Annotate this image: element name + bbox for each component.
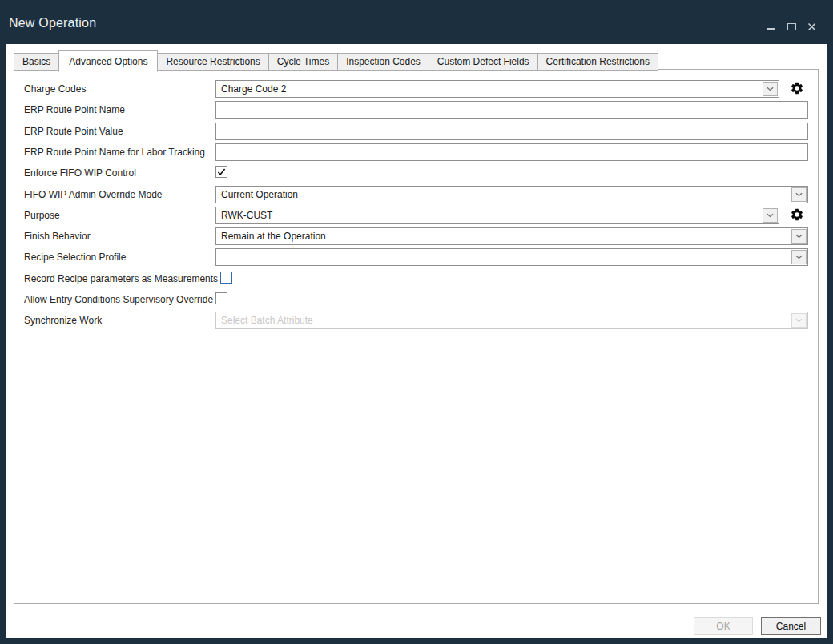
tab-advanced-options[interactable]: Advanced Options bbox=[58, 50, 158, 72]
combo-value: RWK-CUST bbox=[221, 210, 272, 221]
form-row-charge-codes: Charge CodesCharge Code 2 bbox=[24, 80, 808, 100]
window-title: New Operation bbox=[9, 16, 96, 30]
tab-basics[interactable]: Basics bbox=[14, 53, 59, 71]
window-controls bbox=[766, 21, 817, 32]
combo-synchronize-work[interactable]: Select Batch Attribute bbox=[215, 312, 808, 329]
chevron-down-icon[interactable] bbox=[763, 208, 778, 223]
combo-finish-behavior[interactable]: Remain at the Operation bbox=[215, 227, 808, 245]
gear-icon[interactable] bbox=[790, 81, 804, 95]
field-label: Charge Codes bbox=[24, 83, 86, 95]
gear-icon[interactable] bbox=[790, 207, 804, 222]
tab-cycle-times[interactable]: Cycle Times bbox=[268, 53, 338, 71]
combo-charge-codes[interactable]: Charge Code 2 bbox=[215, 80, 779, 98]
field-label: Purpose bbox=[24, 210, 60, 221]
form-row-recipe-selection-profile: Recipe Selection Profile bbox=[24, 248, 808, 268]
field-label: Record Recipe parameters as Measurements bbox=[24, 273, 218, 284]
close-icon bbox=[807, 22, 816, 31]
chevron-down-icon[interactable] bbox=[791, 250, 807, 264]
form-row-erp-route-point-value: ERP Route Point Value bbox=[24, 123, 808, 143]
tab-inspection-codes[interactable]: Inspection Codes bbox=[337, 53, 429, 71]
cancel-button[interactable]: Cancel bbox=[761, 617, 821, 635]
chevron-down-icon[interactable] bbox=[791, 187, 807, 202]
input-erp-route-point-name[interactable] bbox=[215, 101, 808, 119]
tab-custom-defect-fields[interactable]: Custom Defect Fields bbox=[429, 53, 538, 71]
checkbox-record-recipe-parameters-as-measurements[interactable] bbox=[220, 272, 232, 284]
maximize-button[interactable] bbox=[786, 21, 797, 32]
combo-purpose[interactable]: RWK-CUST bbox=[215, 207, 779, 224]
minimize-icon bbox=[767, 28, 775, 30]
field-label: Recipe Selection Profile bbox=[24, 252, 126, 263]
new-operation-dialog: New Operation BasicsAdvanced OptionsReso… bbox=[0, 0, 833, 644]
field-label: Finish Behavior bbox=[24, 231, 91, 242]
chevron-down-icon[interactable] bbox=[791, 313, 807, 328]
field-label: ERP Route Point Name for Labor Tracking bbox=[24, 147, 205, 158]
field-label: Enforce FIFO WIP Control bbox=[24, 167, 136, 179]
form-row-enforce-fifo-wip-control: Enforce FIFO WIP Control bbox=[24, 164, 808, 184]
close-button[interactable] bbox=[806, 21, 817, 32]
field-label: Synchronize Work bbox=[24, 315, 102, 326]
form-row-record-recipe-parameters-as-measurements: Record Recipe parameters as Measurements bbox=[24, 270, 808, 290]
field-label: FIFO WIP Admin Override Mode bbox=[24, 189, 163, 200]
field-label: Allow Entry Conditions Supervisory Overr… bbox=[24, 294, 213, 305]
checkbox-allow-entry-conditions-supervisory-override[interactable] bbox=[215, 292, 227, 304]
checkbox-enforce-fifo-wip-control[interactable] bbox=[215, 166, 227, 178]
combo-value: Current Operation bbox=[221, 189, 298, 200]
combo-value: Select Batch Attribute bbox=[221, 315, 313, 326]
combo-recipe-selection-profile[interactable] bbox=[215, 248, 808, 266]
form-row-allow-entry-conditions-supervisory-override: Allow Entry Conditions Supervisory Overr… bbox=[24, 291, 808, 311]
input-erp-route-point-name-for-labor-tracking[interactable] bbox=[215, 143, 808, 161]
form-row-finish-behavior: Finish BehaviorRemain at the Operation bbox=[24, 227, 808, 248]
tab-resource-restrictions[interactable]: Resource Restrictions bbox=[157, 53, 268, 71]
form-row-erp-route-point-name: ERP Route Point Name bbox=[24, 101, 808, 121]
field-label: ERP Route Point Name bbox=[24, 104, 125, 115]
form-row-purpose: PurposeRWK-CUST bbox=[24, 207, 808, 227]
chevron-down-icon[interactable] bbox=[763, 82, 778, 96]
input-erp-route-point-value[interactable] bbox=[215, 123, 808, 140]
form-row-synchronize-work: Synchronize WorkSelect Batch Attribute bbox=[24, 312, 808, 332]
minimize-button[interactable] bbox=[766, 21, 777, 32]
title-bar: New Operation bbox=[0, 0, 833, 44]
ok-button[interactable]: OK bbox=[694, 617, 753, 635]
form-row-erp-route-point-name-for-labor-tracking: ERP Route Point Name for Labor Tracking bbox=[24, 143, 808, 163]
form-row-fifo-wip-admin-override-mode: FIFO WIP Admin Override ModeCurrent Oper… bbox=[24, 186, 808, 206]
form-panel: Charge CodesCharge Code 2ERP Route Point… bbox=[14, 69, 819, 604]
tab-certification-restrictions[interactable]: Certification Restrictions bbox=[537, 53, 658, 71]
tab-strip: BasicsAdvanced OptionsResource Restricti… bbox=[14, 50, 658, 71]
combo-fifo-wip-admin-override-mode[interactable]: Current Operation bbox=[215, 186, 808, 203]
chevron-down-icon[interactable] bbox=[791, 229, 807, 244]
maximize-icon bbox=[787, 23, 796, 30]
combo-value: Remain at the Operation bbox=[221, 231, 326, 242]
combo-value: Charge Code 2 bbox=[221, 83, 286, 95]
field-label: ERP Route Point Value bbox=[24, 126, 123, 137]
dialog-content: BasicsAdvanced OptionsResource Restricti… bbox=[6, 44, 827, 638]
